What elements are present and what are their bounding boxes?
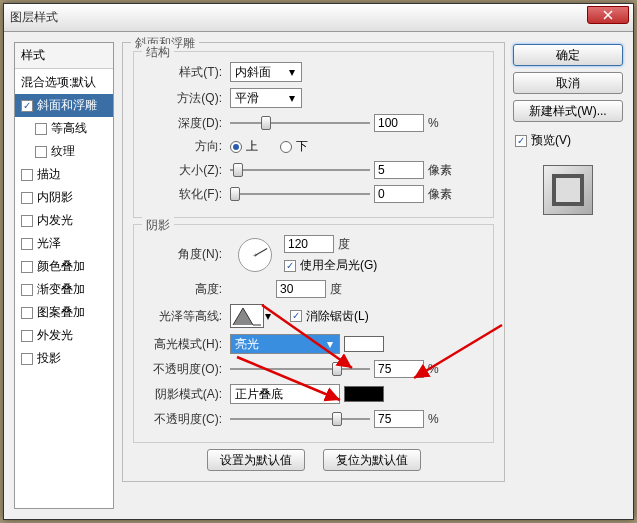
depth-label: 深度(D): [144, 115, 226, 132]
shadow-color-swatch[interactable] [344, 386, 384, 402]
altitude-unit: 度 [330, 281, 360, 298]
effect-checkbox[interactable] [21, 169, 33, 181]
gloss-contour-picker[interactable]: ▾ [230, 304, 264, 328]
highlight-opacity-unit: % [428, 362, 458, 376]
effect-checkbox[interactable] [35, 146, 47, 158]
reset-default-button[interactable]: 复位为默认值 [323, 449, 421, 471]
antialias-checkbox[interactable] [290, 310, 302, 322]
method-label: 方法(Q): [144, 90, 226, 107]
effect-label: 内发光 [37, 212, 73, 229]
effect-item[interactable]: 渐变叠加 [15, 278, 113, 301]
highlight-opacity-field[interactable]: 75 [374, 360, 424, 378]
cancel-button[interactable]: 取消 [513, 72, 623, 94]
effect-label: 图案叠加 [37, 304, 85, 321]
effect-checkbox[interactable] [35, 123, 47, 135]
angle-field[interactable]: 120 [284, 235, 334, 253]
shadow-opacity-label: 不透明度(C): [144, 411, 226, 428]
effects-header: 样式 [15, 43, 113, 69]
effect-checkbox[interactable] [21, 238, 33, 250]
effect-label: 描边 [37, 166, 61, 183]
global-light-label: 使用全局光(G) [300, 257, 377, 274]
chevron-down-icon: ▾ [323, 337, 337, 351]
effect-checkbox[interactable] [21, 215, 33, 227]
soften-slider[interactable] [230, 185, 370, 203]
method-combo[interactable]: 平滑 ▾ [230, 88, 302, 108]
effect-item[interactable]: 外发光 [15, 324, 113, 347]
structure-legend: 结构 [142, 44, 174, 61]
highlight-mode-combo[interactable]: 亮光 ▾ [230, 334, 340, 354]
highlight-opacity-slider[interactable] [230, 360, 370, 378]
effect-item[interactable]: 内发光 [15, 209, 113, 232]
effect-item[interactable]: 混合选项:默认 [15, 71, 113, 94]
shadow-mode-combo[interactable]: 正片叠底 ▾ [230, 384, 340, 404]
effect-item[interactable]: 纹理 [15, 140, 113, 163]
effect-item[interactable]: 投影 [15, 347, 113, 370]
effect-item[interactable]: 颜色叠加 [15, 255, 113, 278]
effect-checkbox[interactable] [21, 353, 33, 365]
effect-label: 投影 [37, 350, 61, 367]
direction-down-label: 下 [296, 138, 308, 155]
structure-group: 结构 样式(T): 内斜面 ▾ 方法(Q): 平滑 ▾ [133, 51, 494, 218]
effect-checkbox[interactable] [21, 284, 33, 296]
close-button[interactable] [587, 6, 629, 24]
size-field[interactable]: 5 [374, 161, 424, 179]
direction-up-radio[interactable] [230, 141, 242, 153]
effect-checkbox[interactable] [21, 307, 33, 319]
altitude-field[interactable]: 30 [276, 280, 326, 298]
client-area: 样式 混合选项:默认斜面和浮雕等高线纹理描边内阴影内发光光泽颜色叠加渐变叠加图案… [4, 32, 633, 519]
preview-checkbox[interactable] [515, 135, 527, 147]
bevel-fieldset: 斜面和浮雕 结构 样式(T): 内斜面 ▾ 方法(Q): 平滑 [122, 42, 505, 482]
direction-label: 方向: [144, 138, 226, 155]
effect-item[interactable]: 描边 [15, 163, 113, 186]
effect-checkbox[interactable] [21, 192, 33, 204]
direction-up-label: 上 [246, 138, 258, 155]
window-title: 图层样式 [10, 9, 58, 26]
effect-label: 光泽 [37, 235, 61, 252]
soften-field[interactable]: 0 [374, 185, 424, 203]
method-value: 平滑 [235, 90, 259, 107]
shadow-mode-label: 阴影模式(A): [144, 386, 226, 403]
settings-panel: 斜面和浮雕 结构 样式(T): 内斜面 ▾ 方法(Q): 平滑 [122, 42, 505, 509]
preview-thumbnail [543, 165, 593, 215]
style-value: 内斜面 [235, 64, 271, 81]
shadow-opacity-field[interactable]: 75 [374, 410, 424, 428]
style-combo[interactable]: 内斜面 ▾ [230, 62, 302, 82]
effect-checkbox[interactable] [21, 261, 33, 273]
effect-checkbox[interactable] [21, 330, 33, 342]
shadow-opacity-slider[interactable] [230, 410, 370, 428]
antialias-label: 消除锯齿(L) [306, 308, 369, 325]
size-slider[interactable] [230, 161, 370, 179]
effect-item[interactable]: 内阴影 [15, 186, 113, 209]
angle-unit: 度 [338, 236, 368, 253]
set-default-button[interactable]: 设置为默认值 [207, 449, 305, 471]
highlight-mode-value: 亮光 [235, 336, 259, 353]
gloss-contour-label: 光泽等高线: [144, 308, 226, 325]
size-unit: 像素 [428, 162, 458, 179]
effect-item[interactable]: 光泽 [15, 232, 113, 255]
soften-label: 软化(F): [144, 186, 226, 203]
effect-item[interactable]: 斜面和浮雕 [15, 94, 113, 117]
highlight-mode-label: 高光模式(H): [144, 336, 226, 353]
layer-style-dialog: 图层样式 样式 混合选项:默认斜面和浮雕等高线纹理描边内阴影内发光光泽颜色叠加渐… [3, 3, 634, 520]
ok-button[interactable]: 确定 [513, 44, 623, 66]
depth-field[interactable]: 100 [374, 114, 424, 132]
direction-down-radio[interactable] [280, 141, 292, 153]
titlebar[interactable]: 图层样式 [4, 4, 633, 32]
new-style-button[interactable]: 新建样式(W)... [513, 100, 623, 122]
angle-label: 角度(N): [144, 246, 226, 263]
effect-label: 斜面和浮雕 [37, 97, 97, 114]
effect-item[interactable]: 图案叠加 [15, 301, 113, 324]
angle-control[interactable] [238, 238, 272, 272]
effect-checkbox[interactable] [21, 100, 33, 112]
depth-slider[interactable] [230, 114, 370, 132]
global-light-checkbox[interactable] [284, 260, 296, 272]
effects-list: 样式 混合选项:默认斜面和浮雕等高线纹理描边内阴影内发光光泽颜色叠加渐变叠加图案… [14, 42, 114, 509]
right-button-panel: 确定 取消 新建样式(W)... 预览(V) [513, 42, 623, 509]
highlight-color-swatch[interactable] [344, 336, 384, 352]
effect-label: 颜色叠加 [37, 258, 85, 275]
shading-group: 阴影 角度(N): 120 度 使用全局光(G) [133, 224, 494, 443]
chevron-down-icon: ▾ [285, 91, 299, 105]
shadow-opacity-unit: % [428, 412, 458, 426]
chevron-down-icon: ▾ [285, 65, 299, 79]
effect-item[interactable]: 等高线 [15, 117, 113, 140]
